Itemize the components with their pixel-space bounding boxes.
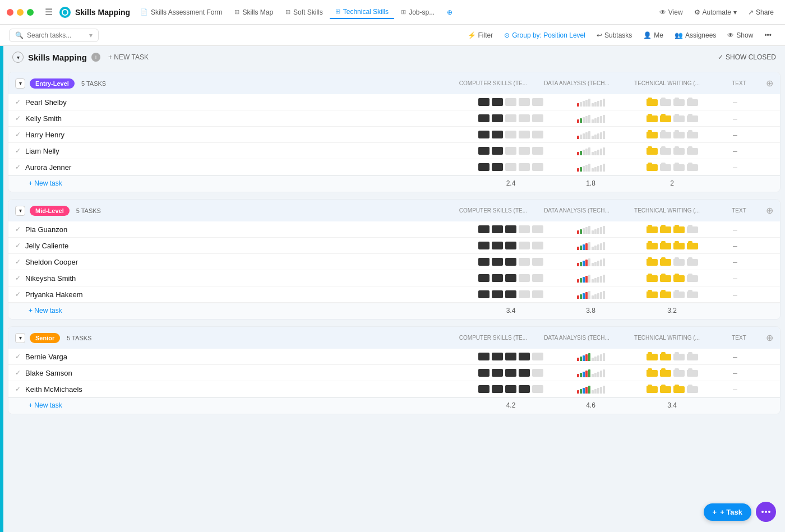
task-name: Liam Nelly bbox=[25, 147, 59, 155]
task-name: Blake Samson bbox=[25, 369, 72, 377]
task-check-icon[interactable]: ✓ bbox=[15, 353, 21, 360]
task-name: Pearl Shelby bbox=[25, 98, 67, 107]
main: ▾ Skills Mapping i + NEW TASK ✓ SHOW CLO… bbox=[0, 46, 785, 532]
search-input[interactable] bbox=[27, 31, 83, 39]
group-by-button[interactable]: ⊙ Group by: Position Level bbox=[500, 29, 590, 41]
task-check-icon[interactable]: ✓ bbox=[15, 385, 21, 393]
text-cell: – bbox=[713, 352, 758, 361]
task-check-icon[interactable]: ✓ bbox=[15, 225, 21, 233]
task-name: Aurora Jenner bbox=[25, 163, 71, 172]
tech-writing-cell bbox=[631, 241, 713, 250]
add-task-fab[interactable]: + + Task bbox=[704, 503, 751, 521]
info-icon[interactable]: i bbox=[91, 53, 100, 62]
tab-soft-skills[interactable]: ⊞ Soft Skills bbox=[280, 6, 329, 18]
text-cell: – bbox=[713, 163, 758, 172]
me-button[interactable]: 👤 Me bbox=[639, 29, 668, 41]
data-analysis-cell bbox=[550, 163, 631, 172]
avg-da-senior: 4.6 bbox=[550, 401, 631, 409]
menu-icon[interactable]: ☰ bbox=[43, 4, 55, 20]
close-button[interactable] bbox=[7, 9, 13, 16]
automate-button[interactable]: ⚙ Automate ▾ bbox=[690, 6, 741, 18]
task-check-icon[interactable]: ✓ bbox=[15, 114, 21, 122]
group-collapse-mid[interactable]: ▾ bbox=[15, 206, 25, 216]
text-cell: – bbox=[713, 241, 758, 250]
tab-technical-skills[interactable]: ⊞ Technical Skills bbox=[330, 6, 394, 19]
tab-add-more[interactable]: ⊕ bbox=[441, 6, 458, 18]
entry-tasks-list: ✓ Pearl Shelby – ✓ Kelly S bbox=[8, 94, 780, 175]
group-label-entry: Entry-Level bbox=[30, 78, 75, 89]
assignees-button[interactable]: 👥 Assignees bbox=[670, 29, 721, 41]
avg-tw-mid: 3.2 bbox=[631, 307, 713, 314]
table-row: ✓ Kelly Smith – bbox=[8, 110, 780, 127]
task-check-icon[interactable]: ✓ bbox=[15, 242, 21, 249]
col-header-da-mid: DATA ANALYSIS (TECH... bbox=[536, 207, 617, 214]
col-header-cs-entry: COMPUTER SKILLS (TE... bbox=[459, 80, 527, 86]
table-row: ✓ Pearl Shelby – bbox=[8, 94, 780, 110]
app-icon bbox=[59, 7, 71, 18]
computer-skills-cell bbox=[472, 290, 550, 298]
avatar-button[interactable] bbox=[756, 502, 776, 522]
show-closed-button[interactable]: ✓ SHOW CLOSED bbox=[718, 53, 776, 61]
add-column-senior[interactable]: ⊕ bbox=[766, 332, 773, 343]
text-cell: – bbox=[713, 146, 758, 155]
computer-skills-cell bbox=[472, 242, 550, 249]
data-analysis-cell bbox=[550, 385, 631, 394]
page-title: Skills Mapping bbox=[28, 53, 87, 62]
search-box[interactable]: 🔍 ▾ bbox=[9, 29, 99, 42]
table-row: ✓ Blake Samson – bbox=[8, 365, 780, 381]
group-senior: ▾ Senior 5 TASKS COMPUTER SKILLS (TE... … bbox=[8, 326, 781, 414]
add-column-mid[interactable]: ⊕ bbox=[766, 205, 773, 216]
content-area[interactable]: ▾ Skills Mapping i + NEW TASK ✓ SHOW CLO… bbox=[3, 46, 785, 532]
toolbar: 🔍 ▾ ⚡ Filter ⊙ Group by: Position Level … bbox=[0, 25, 785, 46]
task-check-icon[interactable]: ✓ bbox=[15, 163, 21, 171]
data-analysis-cell bbox=[550, 130, 631, 139]
maximize-button[interactable] bbox=[27, 9, 34, 16]
task-check-icon[interactable]: ✓ bbox=[15, 147, 21, 155]
show-button[interactable]: 👁 Show bbox=[723, 29, 758, 41]
text-cell: – bbox=[713, 290, 758, 299]
add-column-entry[interactable]: ⊕ bbox=[766, 78, 773, 89]
table-row: ✓ Sheldon Cooper – bbox=[8, 254, 780, 270]
task-check-icon[interactable]: ✓ bbox=[15, 274, 21, 282]
data-analysis-cell bbox=[550, 98, 631, 107]
page-header: ▾ Skills Mapping i + NEW TASK ✓ SHOW CLO… bbox=[3, 46, 785, 67]
text-cell: – bbox=[713, 130, 758, 139]
tab-job-spec[interactable]: ⊞ Job-sp... bbox=[395, 6, 440, 18]
more-button[interactable]: ••• bbox=[760, 29, 776, 41]
tech-writing-cell bbox=[631, 274, 713, 283]
view-icon: 👁 bbox=[659, 8, 666, 16]
text-cell: – bbox=[713, 368, 758, 377]
new-task-senior-button[interactable]: + New task bbox=[29, 401, 472, 409]
task-check-icon[interactable]: ✓ bbox=[15, 131, 21, 138]
table-row: ✓ Liam Nelly – bbox=[8, 143, 780, 159]
table-row: ✓ Pia Guanzon – bbox=[8, 221, 780, 238]
task-check-icon[interactable]: ✓ bbox=[15, 258, 21, 266]
new-task-header-button[interactable]: + NEW TASK bbox=[105, 52, 152, 62]
subtasks-button[interactable]: ↩ Subtasks bbox=[592, 29, 636, 41]
text-cell: – bbox=[713, 114, 758, 123]
grid-icon: ⊞ bbox=[234, 8, 239, 16]
new-task-entry-button[interactable]: + New task bbox=[29, 179, 472, 187]
filter-button[interactable]: ⚡ Filter bbox=[463, 29, 498, 41]
tab-skills-map[interactable]: ⊞ Skills Map bbox=[229, 6, 279, 18]
task-check-icon[interactable]: ✓ bbox=[15, 369, 21, 377]
tab-skills-assessment[interactable]: 📄 Skills Assessment Form bbox=[135, 6, 228, 18]
collapse-icon[interactable]: ▾ bbox=[12, 52, 24, 63]
data-analysis-cell bbox=[550, 225, 631, 234]
task-check-icon[interactable]: ✓ bbox=[15, 290, 21, 298]
traffic-lights bbox=[7, 9, 34, 16]
text-cell: – bbox=[713, 98, 758, 107]
data-analysis-cell bbox=[550, 241, 631, 250]
share-button[interactable]: ↗ Share bbox=[744, 6, 778, 18]
task-check-icon[interactable]: ✓ bbox=[15, 98, 21, 106]
avg-cs-entry: 2.4 bbox=[472, 179, 550, 187]
group-collapse-senior[interactable]: ▾ bbox=[15, 333, 25, 343]
view-button[interactable]: 👁 View bbox=[655, 6, 687, 18]
group-collapse-entry[interactable]: ▾ bbox=[15, 78, 25, 89]
group-task-count-senior: 5 TASKS bbox=[67, 335, 91, 341]
footer-senior: + New task 4.2 4.6 3.4 bbox=[8, 397, 780, 414]
new-task-mid-button[interactable]: + New task bbox=[29, 307, 472, 314]
minimize-button[interactable] bbox=[17, 9, 24, 16]
col-header-text-mid: TEXT bbox=[717, 207, 761, 214]
avg-cs-senior: 4.2 bbox=[472, 401, 550, 409]
